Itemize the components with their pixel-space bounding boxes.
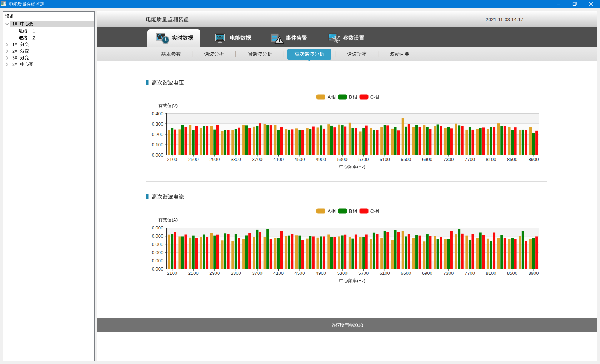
svg-text:5300: 5300: [337, 271, 348, 276]
svg-text:8100: 8100: [486, 157, 496, 162]
svg-text:6900: 6900: [422, 157, 432, 162]
svg-text:0.000: 0.000: [152, 242, 164, 247]
svg-text:7700: 7700: [465, 271, 475, 276]
svg-text:6500: 6500: [401, 157, 411, 162]
svg-text:4100: 4100: [273, 157, 284, 162]
svg-text:2021-11-03 14:17: 2021-11-03 14:17: [486, 17, 524, 22]
svg-text:0.000: 0.000: [152, 152, 164, 158]
svg-text:4500: 4500: [295, 271, 305, 276]
svg-text:0.000: 0.000: [152, 225, 164, 231]
svg-text:0.400: 0.400: [152, 111, 164, 116]
svg-text:3300: 3300: [231, 271, 241, 276]
svg-text:0.000: 0.000: [152, 233, 164, 239]
svg-text:5700: 5700: [358, 157, 369, 162]
svg-text:0.000: 0.000: [152, 266, 164, 272]
svg-text:0.200: 0.200: [152, 132, 164, 137]
svg-text:2100: 2100: [167, 271, 177, 276]
svg-text:8900: 8900: [529, 157, 539, 162]
svg-text:4900: 4900: [316, 271, 326, 276]
svg-text:7300: 7300: [443, 271, 454, 276]
svg-text:6500: 6500: [401, 271, 411, 276]
svg-text:6100: 6100: [380, 157, 390, 162]
svg-text:3300: 3300: [231, 157, 241, 162]
svg-text:2900: 2900: [209, 157, 220, 162]
svg-text:4500: 4500: [295, 157, 305, 162]
svg-text:8500: 8500: [507, 271, 518, 276]
svg-text:5700: 5700: [358, 271, 369, 276]
svg-text:8100: 8100: [486, 271, 496, 276]
svg-text:0.100: 0.100: [152, 142, 164, 147]
svg-text:2500: 2500: [188, 271, 199, 276]
svg-text:4900: 4900: [316, 157, 326, 162]
svg-text:6900: 6900: [422, 271, 432, 276]
svg-text:3700: 3700: [252, 157, 262, 162]
svg-text:2100: 2100: [167, 157, 177, 162]
svg-text:2500: 2500: [188, 157, 199, 162]
svg-text:8500: 8500: [507, 157, 518, 162]
svg-text:3700: 3700: [252, 271, 262, 276]
svg-text:0.000: 0.000: [152, 250, 164, 255]
svg-text:8900: 8900: [529, 271, 539, 276]
svg-text:7700: 7700: [465, 157, 475, 162]
svg-text:5300: 5300: [337, 157, 348, 162]
svg-text:0.300: 0.300: [152, 121, 164, 127]
svg-text:2900: 2900: [209, 271, 220, 276]
svg-text:7300: 7300: [443, 157, 454, 162]
svg-text:0.000: 0.000: [152, 258, 164, 263]
svg-text:6100: 6100: [380, 271, 390, 276]
svg-text:4100: 4100: [273, 271, 284, 276]
